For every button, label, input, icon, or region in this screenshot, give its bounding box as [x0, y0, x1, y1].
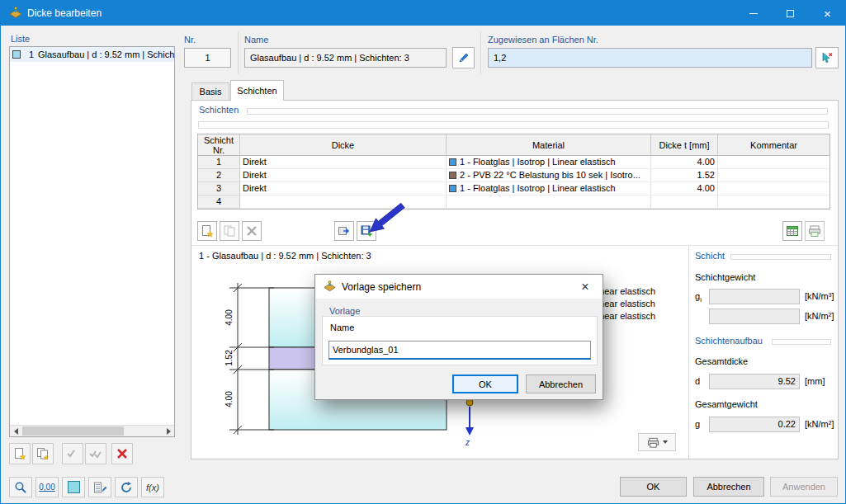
- table-row[interactable]: 2 Direkt 2 - PVB 22 °C Belastung bis 10 …: [198, 169, 829, 182]
- cell-kommentar[interactable]: [718, 182, 829, 195]
- col-header-kommentar[interactable]: Kommentar: [718, 134, 829, 156]
- new-item-icon: [13, 447, 26, 460]
- cell-thickness[interactable]: 4.00: [651, 182, 718, 195]
- cell-material[interactable]: 1 - Floatglas | Isotrop | Linear elastis…: [447, 182, 651, 195]
- refresh-button[interactable]: [115, 477, 138, 497]
- schicht-section-label: Schicht: [695, 251, 725, 261]
- print-table-button[interactable]: [805, 221, 825, 241]
- cell-dicke[interactable]: Direkt: [240, 182, 447, 195]
- table-row[interactable]: 4: [198, 195, 829, 209]
- units-icon: 0,00: [39, 483, 54, 492]
- vorlage-group-label: Vorlage: [329, 306, 360, 316]
- modal-close-button[interactable]: ×: [568, 275, 603, 299]
- cell-thickness[interactable]: [651, 195, 718, 209]
- display-properties-button[interactable]: [62, 477, 85, 497]
- cell-kommentar[interactable]: [718, 156, 829, 169]
- delete-layer-icon: [245, 224, 258, 238]
- minimize-button[interactable]: [735, 1, 772, 26]
- pencil-icon: [457, 51, 470, 64]
- cell-kommentar[interactable]: [718, 195, 829, 209]
- list-settings-icon: [93, 481, 106, 494]
- select-check-button-2[interactable]: [85, 443, 106, 464]
- modal-ok-button[interactable]: OK: [452, 374, 518, 393]
- gi-unit: [kN/m³]: [805, 291, 834, 301]
- material-text: 1 - Floatglas | Isotrop | Linear elastis…: [460, 156, 616, 168]
- cell-dicke[interactable]: Direkt: [240, 156, 447, 169]
- schichten-table[interactable]: Schicht Nr. Dicke Material Dicke t [mm] …: [197, 134, 830, 210]
- close-icon: ×: [824, 7, 831, 20]
- table-header-row: Schicht Nr. Dicke Material Dicke t [mm] …: [198, 134, 829, 156]
- cancel-button[interactable]: Abbrechen: [693, 477, 764, 497]
- titlebar[interactable]: Dicke bearbeiten ×: [1, 1, 845, 26]
- select-check-button-1[interactable]: [62, 443, 83, 464]
- tab-schichten[interactable]: Schichten: [230, 80, 284, 101]
- assigned-surfaces-field[interactable]: 1,2: [488, 48, 812, 68]
- preview-divider: [191, 245, 838, 246]
- pick-surfaces-button[interactable]: [815, 47, 839, 68]
- close-button[interactable]: ×: [809, 1, 846, 26]
- tab-basis[interactable]: Basis: [191, 82, 229, 101]
- cell-material[interactable]: 2 - PVB 22 °C Belastung bis 10 sek | Iso…: [447, 169, 651, 182]
- new-layer-button[interactable]: [197, 221, 217, 241]
- refresh-icon: [120, 481, 133, 494]
- table-row[interactable]: 3 Direkt 1 - Floatglas | Isotrop | Linea…: [198, 182, 829, 195]
- window-title: Dicke bearbeiten: [27, 7, 102, 19]
- list-horizontal-scrollbar[interactable]: [10, 425, 174, 436]
- cell-material[interactable]: 1 - Floatglas | Isotrop | Linear elastis…: [447, 156, 651, 169]
- scroll-left-icon: [14, 428, 18, 435]
- tab-schichten-label: Schichten: [237, 86, 276, 96]
- col-header-material[interactable]: Material: [447, 134, 651, 156]
- scrollbar-thumb[interactable]: [22, 426, 124, 436]
- edit-name-button[interactable]: [452, 47, 475, 68]
- load-template-button[interactable]: [334, 221, 354, 241]
- table-row[interactable]: 1 Direkt 1 - Floatglas | Isotrop | Linea…: [198, 156, 829, 169]
- list-settings-button[interactable]: [88, 477, 111, 497]
- list-item[interactable]: 1 Glasaufbau | d : 9.52 mm | Schichten: …: [10, 47, 174, 62]
- nr-field: 1: [184, 48, 231, 68]
- schichten-scroll-strip: [198, 121, 829, 129]
- copy-layer-button[interactable]: [220, 221, 239, 241]
- ok-button[interactable]: OK: [620, 477, 687, 497]
- magnifier-icon: [14, 481, 27, 494]
- cell-kommentar[interactable]: [718, 169, 829, 182]
- modal-name-label: Name: [330, 323, 354, 332]
- cell-thickness[interactable]: 4.00: [651, 156, 718, 169]
- gesamtdicke-field[interactable]: 9.52: [709, 374, 800, 389]
- schichtgewicht-volume-field[interactable]: [709, 289, 800, 304]
- delete-thickness-button[interactable]: [111, 443, 133, 464]
- modal-app-icon: [324, 280, 336, 293]
- cell-dicke[interactable]: [240, 195, 447, 209]
- thickness-list[interactable]: 1 Glasaufbau | d : 9.52 mm | Schichten: …: [9, 46, 175, 437]
- cell-material[interactable]: [447, 195, 651, 209]
- maximize-button[interactable]: [772, 1, 809, 26]
- z-axis-label: z: [465, 438, 470, 447]
- units-settings-button[interactable]: 0,00: [35, 477, 59, 497]
- function-button[interactable]: f(x): [141, 477, 164, 497]
- nr-label: Nr.: [184, 35, 196, 45]
- col-header-schicht-nr[interactable]: Schicht Nr.: [198, 134, 240, 156]
- name-field[interactable]: Glasaufbau | d : 9.52 mm | Schichten: 3: [244, 48, 447, 68]
- thickness-color-chip: [12, 50, 21, 59]
- col-header-dicke-t[interactable]: Dicke t [mm]: [651, 134, 718, 156]
- scroll-right-button[interactable]: [163, 426, 174, 436]
- modal-cancel-button[interactable]: Abbrechen: [526, 374, 596, 393]
- delete-layer-button[interactable]: [242, 221, 262, 241]
- material-color-chip: [449, 172, 456, 179]
- help-search-button[interactable]: [9, 477, 32, 497]
- scroll-left-button[interactable]: [10, 426, 21, 436]
- copy-thickness-button[interactable]: [32, 443, 54, 464]
- template-name-input[interactable]: [328, 341, 591, 360]
- cell-thickness[interactable]: 1.52: [651, 169, 718, 182]
- scroll-right-icon: [167, 428, 171, 435]
- gesamtgewicht-field[interactable]: 0.22: [709, 417, 800, 432]
- schichtgewicht-area-field[interactable]: [709, 309, 800, 324]
- cell-dicke[interactable]: Direkt: [240, 169, 447, 182]
- modal-titlebar[interactable]: Vorlage speichern ×: [315, 275, 603, 299]
- new-thickness-button[interactable]: [9, 443, 31, 464]
- print-preview-button[interactable]: [638, 433, 676, 451]
- delete-icon: [116, 447, 129, 460]
- export-table-button[interactable]: [782, 221, 802, 241]
- right-panel-divider: [688, 246, 689, 459]
- modal-title: Vorlage speichern: [342, 281, 421, 293]
- col-header-dicke[interactable]: Dicke: [240, 134, 447, 156]
